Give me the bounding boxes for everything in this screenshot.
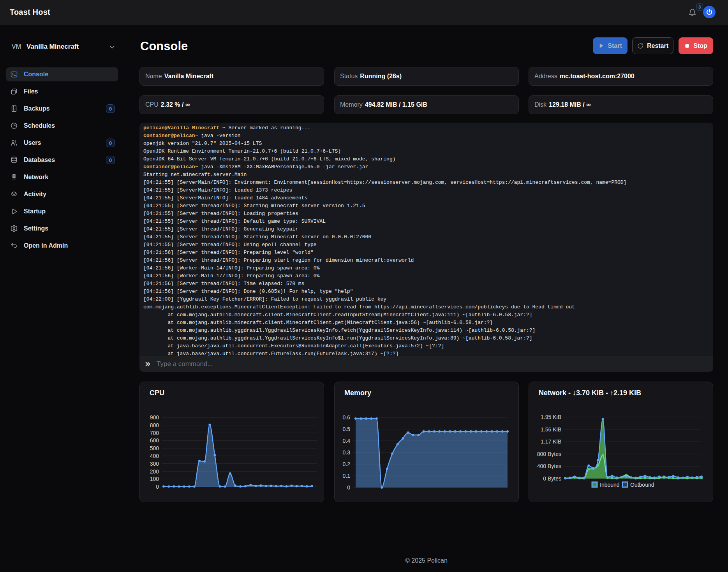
svg-text:0.4: 0.4 — [343, 438, 351, 444]
svg-text:500: 500 — [150, 445, 159, 451]
svg-text:600: 600 — [150, 437, 159, 444]
svg-text:0: 0 — [347, 484, 350, 491]
svg-text:800: 800 — [150, 422, 159, 428]
svg-text:400: 400 — [150, 453, 159, 459]
svg-text:Inbound: Inbound — [600, 482, 620, 488]
svg-text:400 Bytes: 400 Bytes — [537, 463, 561, 469]
svg-text:800 Bytes: 800 Bytes — [537, 451, 561, 457]
svg-text:1.56 KiB: 1.56 KiB — [541, 426, 561, 433]
svg-text:1.17 KiB: 1.17 KiB — [541, 438, 561, 445]
svg-text:0.2: 0.2 — [343, 461, 351, 467]
svg-text:0.6: 0.6 — [343, 414, 351, 421]
svg-text:300: 300 — [150, 461, 159, 467]
svg-text:200: 200 — [150, 468, 159, 475]
svg-text:0.1: 0.1 — [343, 473, 351, 479]
svg-text:Outbound: Outbound — [630, 482, 654, 488]
svg-text:0.3: 0.3 — [343, 449, 351, 456]
svg-text:0: 0 — [156, 484, 159, 490]
svg-text:100: 100 — [150, 476, 159, 482]
svg-text:1.95 KiB: 1.95 KiB — [541, 414, 561, 420]
svg-text:0 Bytes: 0 Bytes — [543, 475, 561, 482]
svg-text:0.5: 0.5 — [343, 426, 351, 432]
svg-text:700: 700 — [150, 430, 159, 436]
svg-text:900: 900 — [150, 414, 159, 421]
